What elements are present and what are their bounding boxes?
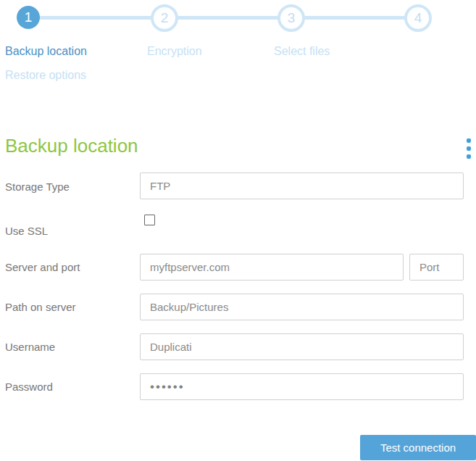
use-ssl-checkbox[interactable] — [144, 215, 155, 225]
password-input[interactable] — [140, 373, 464, 400]
username-label: Username — [5, 341, 55, 353]
step-1-number: 1 — [25, 9, 33, 25]
kebab-menu-icon[interactable] — [467, 138, 472, 162]
step-2-circle[interactable]: 2 — [151, 4, 178, 32]
step-label-encryption[interactable]: Encryption — [147, 45, 202, 58]
username-input[interactable] — [140, 333, 464, 360]
path-input[interactable] — [140, 294, 464, 320]
server-input[interactable] — [140, 254, 404, 281]
step-connector-line — [28, 16, 419, 20]
test-connection-button[interactable]: Test connection — [360, 435, 476, 460]
step-label-backup-location[interactable]: Backup location — [5, 45, 87, 58]
password-label: Password — [5, 381, 53, 393]
step-2-number: 2 — [161, 10, 169, 25]
step-label-restore-options[interactable]: Restore options — [5, 69, 86, 82]
step-1-circle[interactable]: 1 — [17, 6, 40, 29]
step-3-circle[interactable]: 3 — [277, 4, 305, 32]
page-title: Backup location — [5, 135, 138, 157]
step-label-select-files[interactable]: Select files — [274, 45, 330, 58]
step-4-number: 4 — [414, 10, 422, 25]
storage-type-label: Storage Type — [5, 180, 70, 193]
use-ssl-label: Use SSL — [5, 225, 48, 237]
storage-type-input[interactable] — [140, 173, 464, 199]
step-4-circle[interactable]: 4 — [404, 4, 432, 32]
step-3-number: 3 — [288, 10, 296, 25]
server-and-port-label: Server and port — [5, 261, 80, 273]
path-on-server-label: Path on server — [5, 301, 76, 313]
port-input[interactable] — [409, 254, 464, 281]
